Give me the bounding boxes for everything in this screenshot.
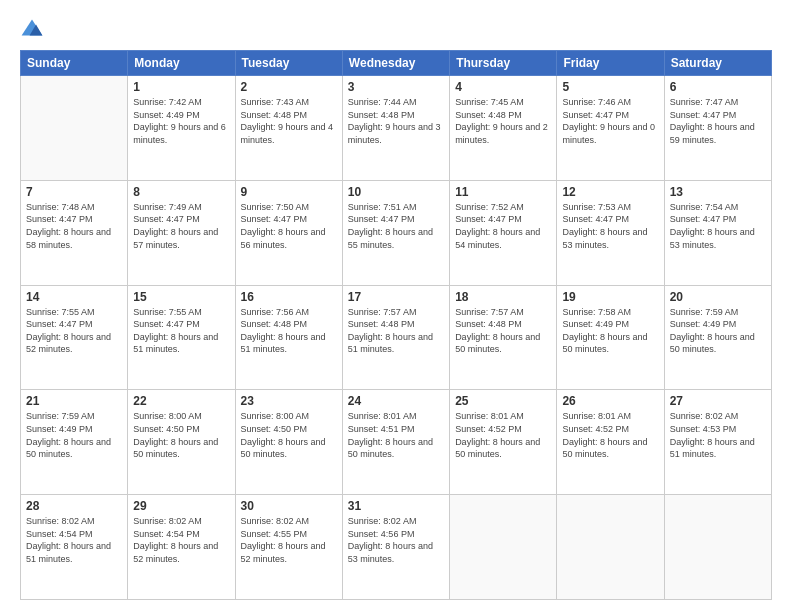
day-cell: 28Sunrise: 8:02 AMSunset: 4:54 PMDayligh…: [21, 495, 128, 600]
day-number: 4: [455, 80, 551, 94]
header-row: SundayMondayTuesdayWednesdayThursdayFrid…: [21, 51, 772, 76]
col-header-tuesday: Tuesday: [235, 51, 342, 76]
header: [20, 18, 772, 42]
day-number: 5: [562, 80, 658, 94]
cell-info: Sunrise: 7:59 AMSunset: 4:49 PMDaylight:…: [670, 306, 766, 356]
day-cell: 31Sunrise: 8:02 AMSunset: 4:56 PMDayligh…: [342, 495, 449, 600]
col-header-sunday: Sunday: [21, 51, 128, 76]
cell-info: Sunrise: 7:51 AMSunset: 4:47 PMDaylight:…: [348, 201, 444, 251]
week-row-3: 14Sunrise: 7:55 AMSunset: 4:47 PMDayligh…: [21, 285, 772, 390]
day-cell: 22Sunrise: 8:00 AMSunset: 4:50 PMDayligh…: [128, 390, 235, 495]
cell-info: Sunrise: 8:02 AMSunset: 4:53 PMDaylight:…: [670, 410, 766, 460]
day-number: 23: [241, 394, 337, 408]
cell-info: Sunrise: 7:50 AMSunset: 4:47 PMDaylight:…: [241, 201, 337, 251]
day-number: 16: [241, 290, 337, 304]
day-number: 24: [348, 394, 444, 408]
day-number: 3: [348, 80, 444, 94]
day-cell: 25Sunrise: 8:01 AMSunset: 4:52 PMDayligh…: [450, 390, 557, 495]
cell-info: Sunrise: 7:46 AMSunset: 4:47 PMDaylight:…: [562, 96, 658, 146]
day-cell: 12Sunrise: 7:53 AMSunset: 4:47 PMDayligh…: [557, 180, 664, 285]
day-number: 18: [455, 290, 551, 304]
col-header-monday: Monday: [128, 51, 235, 76]
day-cell: [557, 495, 664, 600]
day-number: 27: [670, 394, 766, 408]
day-number: 26: [562, 394, 658, 408]
day-cell: [450, 495, 557, 600]
day-cell: 9Sunrise: 7:50 AMSunset: 4:47 PMDaylight…: [235, 180, 342, 285]
day-cell: 27Sunrise: 8:02 AMSunset: 4:53 PMDayligh…: [664, 390, 771, 495]
day-number: 30: [241, 499, 337, 513]
day-cell: 24Sunrise: 8:01 AMSunset: 4:51 PMDayligh…: [342, 390, 449, 495]
cell-info: Sunrise: 8:01 AMSunset: 4:52 PMDaylight:…: [455, 410, 551, 460]
day-number: 21: [26, 394, 122, 408]
day-cell: 23Sunrise: 8:00 AMSunset: 4:50 PMDayligh…: [235, 390, 342, 495]
day-cell: 10Sunrise: 7:51 AMSunset: 4:47 PMDayligh…: [342, 180, 449, 285]
cell-info: Sunrise: 7:54 AMSunset: 4:47 PMDaylight:…: [670, 201, 766, 251]
day-number: 17: [348, 290, 444, 304]
col-header-wednesday: Wednesday: [342, 51, 449, 76]
cell-info: Sunrise: 7:57 AMSunset: 4:48 PMDaylight:…: [348, 306, 444, 356]
day-number: 12: [562, 185, 658, 199]
day-number: 31: [348, 499, 444, 513]
day-cell: [664, 495, 771, 600]
day-number: 15: [133, 290, 229, 304]
logo: [20, 18, 46, 42]
day-cell: 11Sunrise: 7:52 AMSunset: 4:47 PMDayligh…: [450, 180, 557, 285]
cell-info: Sunrise: 7:59 AMSunset: 4:49 PMDaylight:…: [26, 410, 122, 460]
day-cell: 18Sunrise: 7:57 AMSunset: 4:48 PMDayligh…: [450, 285, 557, 390]
day-cell: 13Sunrise: 7:54 AMSunset: 4:47 PMDayligh…: [664, 180, 771, 285]
cell-info: Sunrise: 7:42 AMSunset: 4:49 PMDaylight:…: [133, 96, 229, 146]
day-cell: 26Sunrise: 8:01 AMSunset: 4:52 PMDayligh…: [557, 390, 664, 495]
day-number: 19: [562, 290, 658, 304]
day-cell: 5Sunrise: 7:46 AMSunset: 4:47 PMDaylight…: [557, 76, 664, 181]
day-cell: 21Sunrise: 7:59 AMSunset: 4:49 PMDayligh…: [21, 390, 128, 495]
cell-info: Sunrise: 7:49 AMSunset: 4:47 PMDaylight:…: [133, 201, 229, 251]
day-number: 7: [26, 185, 122, 199]
cell-info: Sunrise: 7:56 AMSunset: 4:48 PMDaylight:…: [241, 306, 337, 356]
cell-info: Sunrise: 8:01 AMSunset: 4:51 PMDaylight:…: [348, 410, 444, 460]
day-cell: 19Sunrise: 7:58 AMSunset: 4:49 PMDayligh…: [557, 285, 664, 390]
cell-info: Sunrise: 7:53 AMSunset: 4:47 PMDaylight:…: [562, 201, 658, 251]
cell-info: Sunrise: 8:02 AMSunset: 4:55 PMDaylight:…: [241, 515, 337, 565]
day-cell: 14Sunrise: 7:55 AMSunset: 4:47 PMDayligh…: [21, 285, 128, 390]
day-cell: [21, 76, 128, 181]
week-row-2: 7Sunrise: 7:48 AMSunset: 4:47 PMDaylight…: [21, 180, 772, 285]
week-row-1: 1Sunrise: 7:42 AMSunset: 4:49 PMDaylight…: [21, 76, 772, 181]
day-cell: 15Sunrise: 7:55 AMSunset: 4:47 PMDayligh…: [128, 285, 235, 390]
cell-info: Sunrise: 7:58 AMSunset: 4:49 PMDaylight:…: [562, 306, 658, 356]
day-cell: 4Sunrise: 7:45 AMSunset: 4:48 PMDaylight…: [450, 76, 557, 181]
day-number: 20: [670, 290, 766, 304]
cell-info: Sunrise: 7:44 AMSunset: 4:48 PMDaylight:…: [348, 96, 444, 146]
day-cell: 3Sunrise: 7:44 AMSunset: 4:48 PMDaylight…: [342, 76, 449, 181]
cell-info: Sunrise: 7:47 AMSunset: 4:47 PMDaylight:…: [670, 96, 766, 146]
week-row-4: 21Sunrise: 7:59 AMSunset: 4:49 PMDayligh…: [21, 390, 772, 495]
col-header-thursday: Thursday: [450, 51, 557, 76]
day-cell: 30Sunrise: 8:02 AMSunset: 4:55 PMDayligh…: [235, 495, 342, 600]
cell-info: Sunrise: 7:55 AMSunset: 4:47 PMDaylight:…: [133, 306, 229, 356]
day-cell: 20Sunrise: 7:59 AMSunset: 4:49 PMDayligh…: [664, 285, 771, 390]
cell-info: Sunrise: 7:55 AMSunset: 4:47 PMDaylight:…: [26, 306, 122, 356]
cell-info: Sunrise: 8:01 AMSunset: 4:52 PMDaylight:…: [562, 410, 658, 460]
day-number: 22: [133, 394, 229, 408]
cell-info: Sunrise: 8:02 AMSunset: 4:54 PMDaylight:…: [133, 515, 229, 565]
day-cell: 17Sunrise: 7:57 AMSunset: 4:48 PMDayligh…: [342, 285, 449, 390]
calendar: SundayMondayTuesdayWednesdayThursdayFrid…: [20, 50, 772, 600]
day-number: 8: [133, 185, 229, 199]
day-number: 13: [670, 185, 766, 199]
cell-info: Sunrise: 7:57 AMSunset: 4:48 PMDaylight:…: [455, 306, 551, 356]
cell-info: Sunrise: 7:45 AMSunset: 4:48 PMDaylight:…: [455, 96, 551, 146]
col-header-saturday: Saturday: [664, 51, 771, 76]
col-header-friday: Friday: [557, 51, 664, 76]
day-number: 2: [241, 80, 337, 94]
logo-icon: [20, 18, 44, 42]
day-number: 28: [26, 499, 122, 513]
day-number: 29: [133, 499, 229, 513]
cell-info: Sunrise: 7:52 AMSunset: 4:47 PMDaylight:…: [455, 201, 551, 251]
day-cell: 1Sunrise: 7:42 AMSunset: 4:49 PMDaylight…: [128, 76, 235, 181]
day-cell: 6Sunrise: 7:47 AMSunset: 4:47 PMDaylight…: [664, 76, 771, 181]
day-cell: 16Sunrise: 7:56 AMSunset: 4:48 PMDayligh…: [235, 285, 342, 390]
cell-info: Sunrise: 8:02 AMSunset: 4:54 PMDaylight:…: [26, 515, 122, 565]
day-cell: 8Sunrise: 7:49 AMSunset: 4:47 PMDaylight…: [128, 180, 235, 285]
day-number: 14: [26, 290, 122, 304]
cell-info: Sunrise: 7:48 AMSunset: 4:47 PMDaylight:…: [26, 201, 122, 251]
